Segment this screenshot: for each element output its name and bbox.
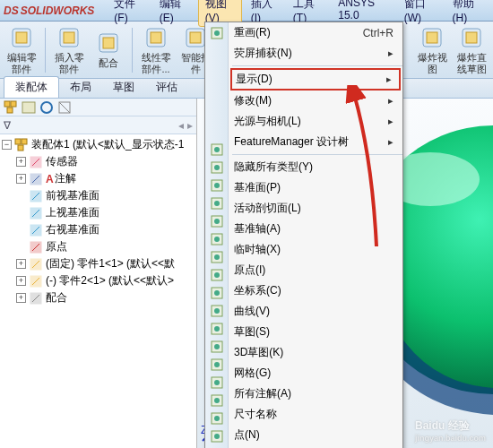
svg-point-56 (214, 219, 220, 224)
menu-item-2-10[interactable]: 网格(G) (229, 363, 402, 383)
filter-icon: ∇ (4, 119, 11, 132)
svg-line-24 (59, 102, 70, 113)
menu-item-1-1[interactable]: 修改(M) (229, 90, 402, 111)
origin-icon (29, 240, 43, 254)
ribbon-icon (56, 25, 82, 50)
menu-item-icon (210, 63, 224, 84)
expand-icon[interactable]: + (16, 259, 26, 269)
svg-point-64 (214, 290, 220, 296)
ribbon-btn-2[interactable]: 配合 (91, 30, 126, 68)
ribbon-right-btn-1[interactable]: 爆炸视 图 (414, 25, 450, 73)
tree-node-2[interactable]: 前视基准面 (0, 187, 196, 204)
tab-1[interactable]: 布局 (59, 77, 102, 98)
expand-icon[interactable]: + (16, 157, 26, 167)
svg-rect-18 (4, 101, 10, 107)
menu-item-icon (210, 102, 224, 120)
svg-rect-20 (7, 108, 13, 113)
tree-node-5[interactable]: 原点 (0, 238, 196, 255)
menu-item-2-2[interactable]: 活动剖切面(L) (229, 198, 402, 219)
menu-item-icon (210, 338, 224, 356)
overlay-icon (57, 100, 72, 115)
menu-item-2-12[interactable]: 尺寸名称 (229, 404, 402, 425)
tree-node-8[interactable]: +配合 (0, 289, 196, 306)
menu-item-icon (210, 248, 224, 266)
svg-point-72 (214, 362, 220, 367)
menu-item-2-5[interactable]: 原点(I) (229, 260, 402, 280)
titlebar: DS SOLIDWORKS 文件(F)编辑(E)视图(V)插入(I)工具(T)A… (0, 0, 493, 22)
tree-node-6[interactable]: +(固定) 零件1<1> (默认<<默 (0, 255, 196, 272)
menu-item-0-0[interactable]: 重画(R)Ctrl+R (229, 22, 402, 43)
ribbon-icon (419, 25, 445, 50)
menu-item-2-13[interactable]: 点(N) (229, 425, 402, 445)
part-icon (29, 257, 43, 271)
menu-1[interactable]: 编辑(E) (152, 0, 196, 27)
menu-item-2-11[interactable]: 所有注解(A) (229, 383, 402, 404)
tree-filter[interactable]: ∇ ◂ ▸ (0, 116, 196, 134)
tree-toolbar (0, 99, 196, 116)
menu-item-icon (210, 84, 224, 102)
menu-item-2-8[interactable]: 草图(S) (229, 322, 402, 342)
menu-item-icon (210, 42, 224, 60)
tree-node-4[interactable]: 右视基准面 (0, 221, 196, 238)
menu-item-1-0[interactable]: 显示(D) (230, 68, 401, 90)
menu-item-icon (210, 374, 224, 392)
tree-node-1[interactable]: +A注解 (0, 170, 196, 187)
ribbon-btn-1[interactable]: 插入零 部件 (51, 25, 87, 73)
svg-rect-9 (190, 32, 201, 43)
svg-rect-5 (103, 38, 114, 48)
menu-item-0-1[interactable]: 荧屏捕获(N) (229, 43, 402, 64)
expand-icon[interactable]: + (16, 293, 26, 303)
expand-icon[interactable]: + (16, 174, 26, 184)
part-icon (29, 274, 43, 289)
menu-item-2-7[interactable]: 曲线(V) (229, 301, 402, 322)
menu-item-2-9[interactable]: 3D草图(K) (229, 342, 402, 363)
menu-item-icon (210, 392, 224, 409)
arrow-right-icon[interactable]: ▸ (187, 119, 193, 132)
tree-root[interactable]: −装配体1 (默认<默认_显示状态-1 (0, 136, 196, 153)
plane-icon (29, 189, 43, 203)
svg-rect-3 (64, 32, 74, 43)
expand-icon[interactable]: + (16, 276, 26, 286)
menu-item-icon (210, 177, 224, 194)
view-menu-dropdown: 重画(R)Ctrl+R荧屏捕获(N)显示(D)修改(M)光源与相机(L)Feat… (204, 22, 403, 448)
ribbon-btn-0[interactable]: 编辑零 部件 (4, 25, 39, 73)
svg-rect-21 (22, 102, 35, 113)
svg-point-78 (214, 416, 220, 421)
tab-0[interactable]: 装配体 (4, 76, 59, 98)
svg-point-70 (214, 344, 220, 349)
svg-rect-19 (11, 101, 16, 107)
ribbon-btn-3[interactable]: 线性零 部件... (138, 25, 174, 73)
tree-node-3[interactable]: 上视基准面 (0, 204, 196, 221)
assembly-icon (14, 138, 29, 152)
menu-item-2-1[interactable]: 基准面(P) (229, 177, 402, 198)
svg-rect-27 (18, 145, 23, 151)
tree-node-7[interactable]: +(-) 零件2<1> (默认<<默认> (0, 272, 196, 289)
menu-item-2-4[interactable]: 临时轴(X) (229, 239, 402, 260)
menu-item-icon (210, 230, 224, 248)
svg-point-68 (214, 326, 220, 332)
menu-item-2-6[interactable]: 坐标系(C) (229, 280, 402, 301)
menu-item-icon (210, 320, 224, 338)
tree-node-0[interactable]: +传感器 (0, 153, 196, 170)
svg-rect-17 (466, 32, 477, 43)
menu-item-2-3[interactable]: 基准轴(A) (229, 219, 402, 239)
menu-item-2-0[interactable]: 隐藏所有类型(Y) (229, 157, 402, 177)
arrow-left-icon[interactable]: ◂ (178, 119, 184, 132)
ribbon-right-btn-2[interactable]: 爆炸直 线草图 (454, 25, 489, 73)
ribbon-icon (143, 25, 169, 50)
svg-point-76 (214, 398, 220, 403)
svg-rect-26 (22, 139, 27, 144)
ribbon-icon (459, 25, 484, 50)
svg-point-54 (214, 201, 220, 206)
expand-icon[interactable]: − (2, 140, 12, 150)
menu-6[interactable]: 窗口(W) (397, 0, 444, 27)
menu-item-icon (210, 409, 224, 427)
tab-2[interactable]: 草图 (102, 77, 145, 98)
menu-item-1-3[interactable]: FeatureManager 设计树 (229, 132, 402, 152)
menu-7[interactable]: 帮助(H) (445, 0, 490, 27)
svg-point-48 (214, 147, 220, 152)
menu-0[interactable]: 文件(F) (107, 0, 150, 27)
tab-3[interactable]: 评估 (145, 77, 188, 98)
menu-item-1-2[interactable]: 光源与相机(L) (229, 111, 402, 132)
annot-icon (29, 172, 43, 186)
